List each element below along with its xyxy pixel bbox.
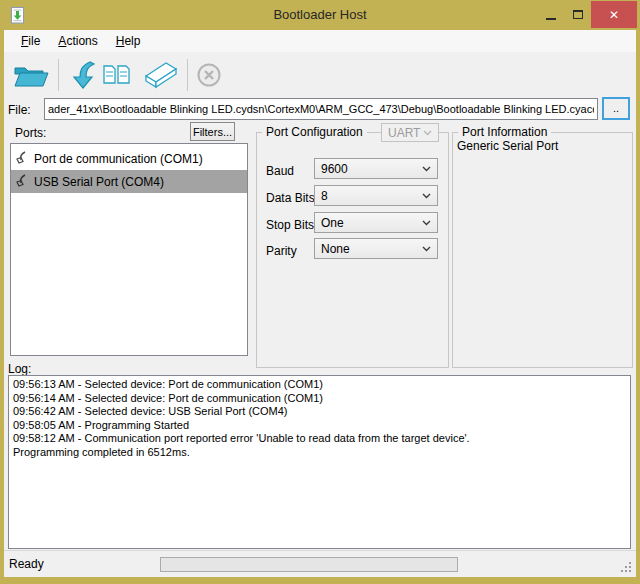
bootloader-host-window: Bootloader Host ✕ File Actions Help <box>0 0 640 584</box>
file-label: File: <box>8 103 31 117</box>
browse-button[interactable]: .. <box>602 97 630 120</box>
close-icon: ✕ <box>609 8 619 22</box>
maximize-icon <box>573 10 583 19</box>
data-bits-combo[interactable]: 8 <box>314 185 438 206</box>
chevron-down-icon <box>422 166 431 172</box>
maximize-button[interactable] <box>565 1 591 28</box>
port-information-text: Generic Serial Port <box>457 139 558 153</box>
toolbar <box>4 52 636 98</box>
port-information-group: Port Information Generic Serial Port <box>452 132 633 368</box>
status-bar: Ready <box>4 550 636 577</box>
port-configuration-group: Port Configuration UART Baud 9600 Data B… <box>256 132 449 368</box>
resize-grip-icon[interactable] <box>621 562 632 573</box>
log-output[interactable]: 09:56:13 AM - Selected device: Port de c… <box>8 375 631 549</box>
port-item-label: USB Serial Port (COM4) <box>34 175 164 189</box>
client-area: File Actions Help <box>4 30 636 577</box>
eraser-icon <box>138 60 179 90</box>
log-line: 09:58:12 AM - Communication port reporte… <box>13 432 626 446</box>
chevron-down-icon <box>422 220 431 226</box>
chevron-down-icon <box>422 193 431 199</box>
file-path-input[interactable] <box>44 98 598 120</box>
ports-list: Port de communication (COM1) USB Serial … <box>10 143 248 356</box>
caption-controls: ✕ <box>537 1 637 28</box>
chevron-down-icon <box>422 246 431 252</box>
serial-port-icon <box>15 151 27 166</box>
ports-label: Ports: <box>15 126 46 140</box>
toolbar-separator <box>187 59 188 91</box>
log-line: 09:56:13 AM - Selected device: Port de c… <box>13 378 626 392</box>
stop-bits-label: Stop Bits <box>266 218 314 232</box>
close-button[interactable]: ✕ <box>591 1 637 28</box>
menu-file[interactable]: File <box>12 31 49 51</box>
log-line: 09:56:42 AM - Selected device: USB Seria… <box>13 405 626 419</box>
baud-label: Baud <box>266 164 294 178</box>
menu-actions[interactable]: Actions <box>49 31 106 51</box>
protocol-value: UART <box>388 126 420 140</box>
erase-button[interactable] <box>136 59 181 91</box>
abort-circle-x-icon <box>196 62 222 88</box>
filters-button[interactable]: Filters... <box>190 122 235 141</box>
titlebar[interactable]: Bootloader Host ✕ <box>0 0 640 30</box>
menu-bar: File Actions Help <box>4 30 636 52</box>
program-button[interactable] <box>65 59 98 91</box>
data-bits-label: Data Bits <box>266 191 315 205</box>
minimize-icon <box>546 18 556 20</box>
baud-combo[interactable]: 9600 <box>314 158 438 179</box>
port-information-title: Port Information <box>458 125 551 139</box>
verify-documents-icon <box>102 60 132 90</box>
open-file-button[interactable] <box>10 59 52 91</box>
minimize-button[interactable] <box>537 1 565 28</box>
port-list-item-com4[interactable]: USB Serial Port (COM4) <box>11 170 247 193</box>
verify-button[interactable] <box>100 59 134 91</box>
menu-help[interactable]: Help <box>107 31 150 51</box>
log-line: Programming completed in 6512ms. <box>13 446 626 460</box>
abort-button <box>194 61 224 89</box>
protocol-combo: UART <box>381 123 439 142</box>
port-item-label: Port de communication (COM1) <box>34 152 203 166</box>
open-folder-icon <box>12 60 50 90</box>
serial-port-icon <box>15 174 27 189</box>
log-line: 09:58:05 AM - Programming Started <box>13 419 626 433</box>
program-download-arrow-icon <box>67 60 96 90</box>
parity-combo[interactable]: None <box>314 238 438 259</box>
port-list-item-com1[interactable]: Port de communication (COM1) <box>11 147 247 170</box>
stop-bits-combo[interactable]: One <box>314 212 438 233</box>
parity-label: Parity <box>266 244 297 258</box>
progress-bar <box>160 557 458 572</box>
chevron-down-icon <box>423 130 432 136</box>
log-label: Log: <box>8 362 31 376</box>
status-text: Ready <box>9 557 44 571</box>
toolbar-separator <box>58 59 59 91</box>
port-configuration-title: Port Configuration <box>262 125 367 139</box>
log-line: 09:56:14 AM - Selected device: Port de c… <box>13 392 626 406</box>
